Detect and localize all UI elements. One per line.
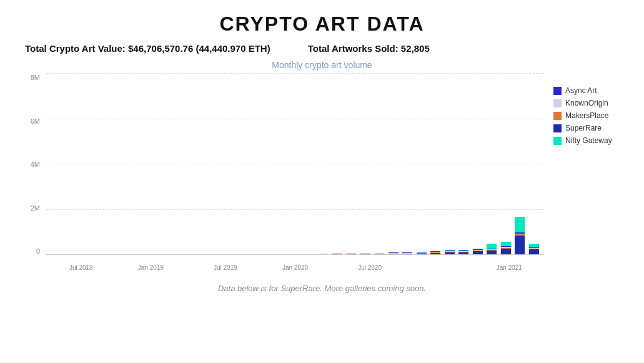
bar-group [162,74,176,255]
bar-group [288,74,302,255]
x-label: Jul 2019 [214,264,237,271]
legend-label: Nifty Gateway [565,136,612,145]
legend-color-box [553,87,562,95]
legend-label: Async Art [565,86,597,95]
bar-group [330,74,344,255]
chart-section: Monthly crypto art volume 8M 6M 4M 2M 0 [19,60,625,274]
bar-group [499,74,513,255]
y-label-4m: 4M [31,161,40,168]
bar-group [260,74,274,255]
bar-group [400,74,414,255]
bar-group [274,74,288,255]
bar-group [147,74,161,255]
legend-label: MakersPlace [565,111,608,120]
bar-group [190,74,204,255]
chart-title: Monthly crypto art volume [19,60,625,70]
y-label-8m: 8M [31,74,40,81]
bar-group [246,74,260,255]
bar-group [63,74,77,255]
bar-segment-nifty [487,244,497,249]
bar-group [77,74,91,255]
bar-group [372,74,386,255]
bar-group [415,74,429,255]
bar-group [49,74,63,255]
stat-value: Total Crypto Art Value: $46,706,570.76 (… [25,43,270,54]
legend-label: KnownOrigin [565,99,608,107]
bar-group [302,74,316,255]
y-label-6m: 6M [31,117,40,125]
chart-inner [46,74,544,255]
bar-group [387,74,400,255]
bar-stack [529,244,539,255]
y-label-2m: 2M [31,204,40,212]
bar-segment-nifty [515,217,525,232]
legend-item: Async Art [553,86,619,95]
bar-group [232,74,245,255]
bar-segment-superrare [515,236,525,255]
bar-group [106,74,119,255]
x-labels: Jul 2018Jan 2019Jul 2019Jan 2020Jul 2020… [46,255,544,274]
legend-item: SuperRare [553,124,619,132]
chart-area: 8M 6M 4M 2M 0 Jul 2018Jan 2019Jul [19,74,544,274]
bar-group [134,74,147,255]
legend-color-box [553,99,562,107]
bar-group [176,74,189,255]
bars-row [46,74,544,255]
bar-group [457,74,470,255]
x-label: Jul 2020 [358,264,382,271]
x-label: Jan 2019 [138,264,164,271]
y-axis: 8M 6M 4M 2M 0 [19,74,44,255]
bar-segment-nifty [501,242,511,246]
bar-group [344,74,358,255]
legend-color-box [553,112,562,120]
stats-row: Total Crypto Art Value: $46,706,570.76 (… [19,43,625,54]
legend-label: SuperRare [565,124,602,132]
footnote: Data below is for SuperRare. More galler… [19,284,625,293]
x-label: Jan 2020 [282,264,308,271]
bar-group [443,74,457,255]
bar-group [91,74,105,255]
legend-item: KnownOrigin [553,99,619,107]
bar-group [204,74,217,255]
x-label: Jan 2021 [497,264,522,271]
bar-group [471,74,485,255]
legend-color-box [553,137,562,145]
page-title: CRYPTO ART DATA [19,12,625,36]
legend: Async Art KnownOrigin MakersPlace SuperR… [544,74,625,145]
stat-artworks: Total Artworks Sold: 52,805 [308,43,430,54]
bar-stack [487,244,497,255]
bar-group [359,74,372,255]
bar-group [119,74,133,255]
bar-group [316,74,330,255]
bar-group [513,74,527,255]
y-label-0: 0 [36,247,40,255]
legend-item: MakersPlace [553,111,619,120]
x-label: Jul 2018 [69,264,93,271]
bar-stack [515,217,525,255]
legend-item: Nifty Gateway [553,136,619,145]
chart-container: 8M 6M 4M 2M 0 Jul 2018Jan 2019Jul [19,74,625,274]
legend-color-box [553,124,562,132]
bar-group [485,74,498,255]
bar-group [218,74,232,255]
bar-group [527,74,540,255]
bar-stack [501,242,511,255]
bar-group [429,74,442,255]
